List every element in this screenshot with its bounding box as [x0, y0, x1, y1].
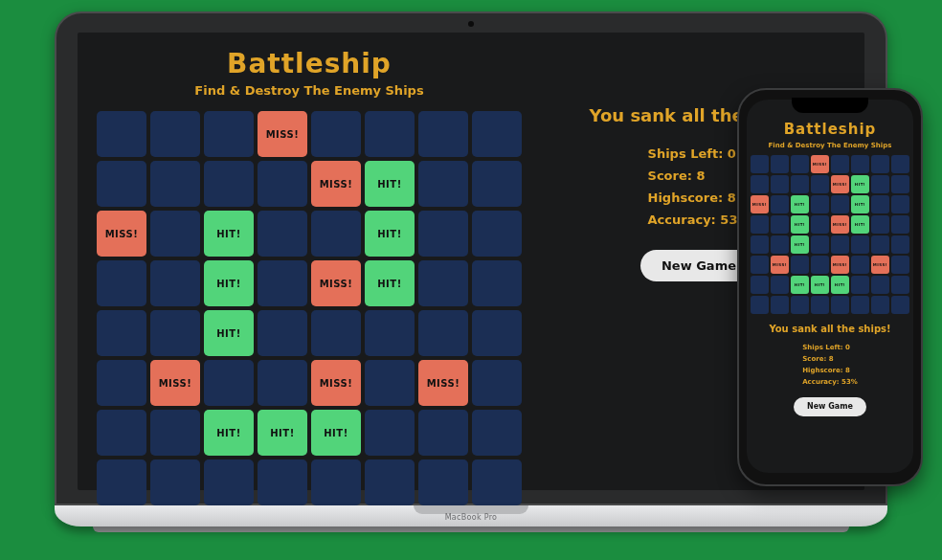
board-cell[interactable]	[472, 111, 522, 157]
board-cell[interactable]: HIT!	[851, 175, 869, 193]
board-cell[interactable]	[418, 310, 468, 356]
board-cell[interactable]	[891, 155, 909, 173]
board-cell[interactable]: HIT!	[258, 410, 307, 456]
board-cell[interactable]: MISS!	[811, 155, 829, 173]
board-cell[interactable]: HIT!	[851, 195, 869, 213]
board-cell[interactable]: HIT!	[791, 276, 809, 294]
board-cell[interactable]: HIT!	[811, 276, 829, 294]
board-cell[interactable]	[751, 215, 769, 234]
board-cell[interactable]	[258, 459, 307, 505]
board-cell[interactable]	[891, 195, 909, 213]
board-cell[interactable]	[771, 296, 789, 314]
board-cell[interactable]	[751, 256, 769, 274]
board-cell[interactable]	[418, 260, 468, 306]
board-cell[interactable]	[258, 161, 307, 207]
board-cell[interactable]	[204, 459, 254, 505]
board-cell[interactable]	[472, 360, 522, 406]
board-cell[interactable]	[811, 235, 829, 254]
board-cell[interactable]	[811, 215, 829, 234]
board-cell[interactable]	[150, 459, 200, 505]
board-cell[interactable]: MISS!	[771, 256, 789, 274]
board-cell[interactable]	[891, 276, 909, 294]
board-cell[interactable]	[418, 111, 468, 157]
board-cell[interactable]: MISS!	[751, 195, 769, 213]
board-cell[interactable]	[831, 195, 849, 213]
board-cell[interactable]	[851, 296, 869, 314]
board-cell[interactable]	[204, 111, 254, 157]
board-cell[interactable]	[258, 211, 307, 257]
board-cell[interactable]	[150, 211, 200, 257]
board-cell[interactable]	[831, 235, 849, 254]
board-cell[interactable]: HIT!	[791, 235, 809, 254]
board-cell[interactable]	[365, 459, 415, 505]
board-cell[interactable]	[771, 276, 789, 294]
board-cell[interactable]	[365, 111, 415, 157]
board-cell[interactable]	[311, 111, 361, 157]
board-cell[interactable]	[771, 175, 789, 193]
board-cell[interactable]	[751, 296, 769, 314]
board-cell[interactable]	[771, 195, 789, 213]
board-cell[interactable]: MISS!	[311, 360, 361, 406]
board-cell[interactable]	[97, 260, 146, 306]
board-cell[interactable]	[150, 310, 200, 356]
board-cell[interactable]	[891, 175, 909, 193]
board-cell[interactable]	[472, 260, 522, 306]
board-cell[interactable]: HIT!	[791, 195, 809, 213]
board-cell[interactable]	[791, 256, 809, 274]
board-cell[interactable]: HIT!	[204, 310, 254, 356]
board-cell[interactable]	[150, 161, 200, 207]
board-cell[interactable]	[150, 111, 200, 157]
board-cell[interactable]: MISS!	[831, 175, 849, 193]
board-cell[interactable]: MISS!	[311, 161, 361, 207]
board-cell[interactable]	[771, 215, 789, 234]
board-cell[interactable]	[311, 211, 361, 257]
board-cell[interactable]: HIT!	[365, 161, 415, 207]
board-cell[interactable]	[751, 175, 769, 193]
board-cell[interactable]	[811, 256, 829, 274]
board-cell[interactable]	[891, 215, 909, 234]
board-cell[interactable]: HIT!	[791, 215, 809, 234]
board-cell[interactable]	[472, 410, 522, 456]
board-cell[interactable]	[831, 155, 849, 173]
board-cell[interactable]	[97, 410, 146, 456]
board-cell[interactable]: MISS!	[97, 211, 146, 257]
board-cell[interactable]	[891, 256, 909, 274]
board-cell[interactable]	[258, 260, 307, 306]
board-cell[interactable]	[791, 296, 809, 314]
board-cell[interactable]: HIT!	[851, 215, 869, 234]
new-game-button[interactable]: New Game	[794, 397, 866, 416]
board-cell[interactable]	[851, 235, 869, 254]
board-cell[interactable]	[871, 155, 889, 173]
board-cell[interactable]	[365, 360, 415, 406]
board-cell[interactable]: MISS!	[871, 256, 889, 274]
board-cell[interactable]	[150, 260, 200, 306]
board-cell[interactable]: MISS!	[418, 360, 468, 406]
board-cell[interactable]	[851, 155, 869, 173]
board-cell[interactable]	[751, 235, 769, 254]
board-cell[interactable]: MISS!	[258, 111, 307, 157]
board-cell[interactable]	[851, 276, 869, 294]
board-cell[interactable]	[811, 175, 829, 193]
board-cell[interactable]	[418, 459, 468, 505]
board-cell[interactable]	[97, 459, 146, 505]
board-cell[interactable]	[811, 195, 829, 213]
board-cell[interactable]	[891, 296, 909, 314]
board-cell[interactable]: HIT!	[204, 410, 254, 456]
board-cell[interactable]	[97, 310, 146, 356]
board-cell[interactable]: MISS!	[831, 215, 849, 234]
board-cell[interactable]	[418, 410, 468, 456]
board-cell[interactable]	[97, 360, 146, 406]
board-cell[interactable]	[365, 310, 415, 356]
board-cell[interactable]	[365, 410, 415, 456]
board-cell[interactable]	[472, 459, 522, 505]
board-cell[interactable]	[258, 310, 307, 356]
board-cell[interactable]	[751, 155, 769, 173]
board-cell[interactable]	[311, 310, 361, 356]
board-cell[interactable]	[150, 410, 200, 456]
board-cell[interactable]	[891, 235, 909, 254]
board-cell[interactable]: MISS!	[831, 256, 849, 274]
board-cell[interactable]	[851, 256, 869, 274]
board-cell[interactable]	[97, 111, 146, 157]
board-cell[interactable]	[831, 296, 849, 314]
board-cell[interactable]	[418, 161, 468, 207]
